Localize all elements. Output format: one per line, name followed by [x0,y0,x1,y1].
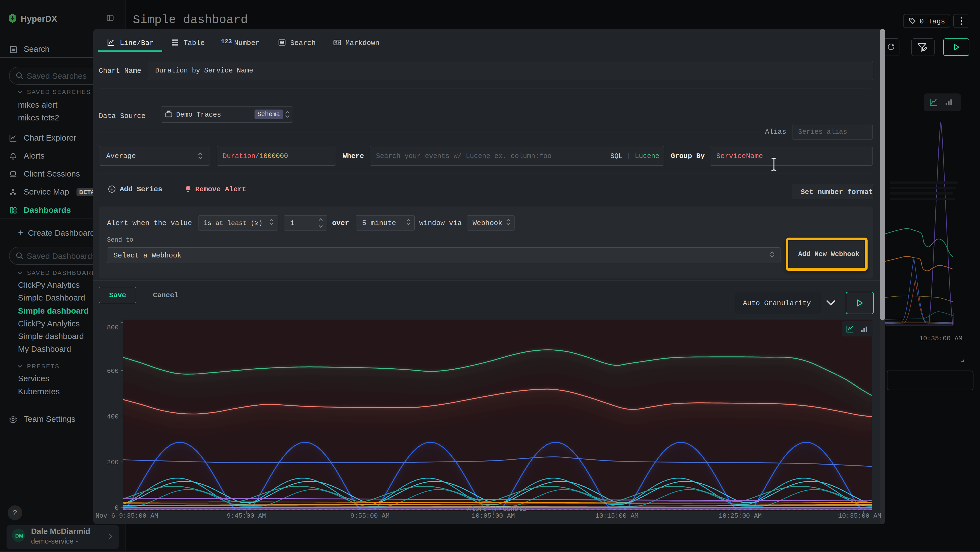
svg-text:10:15:00 AM: 10:15:00 AM [595,512,638,520]
svg-text:9:45:00 AM: 9:45:00 AM [227,512,266,520]
svg-text:Nov 6 9:35:00 AM: Nov 6 9:35:00 AM [95,512,158,520]
svg-text:800: 800 [107,324,119,331]
svg-text:10:35:00 AM: 10:35:00 AM [838,512,881,520]
svg-text:0: 0 [115,504,119,512]
svg-text:10:35:00 AM: 10:35:00 AM [919,335,962,342]
svg-text:200: 200 [107,459,119,466]
svg-text:9:55:00 AM: 9:55:00 AM [350,512,390,520]
svg-text:10:25:00 AM: 10:25:00 AM [719,512,762,520]
svg-text:Alert Threshold: Alert Threshold [468,506,526,513]
svg-text:600: 600 [107,367,119,375]
svg-text:10:05:00 AM: 10:05:00 AM [472,512,515,520]
svg-text:400: 400 [107,413,119,420]
